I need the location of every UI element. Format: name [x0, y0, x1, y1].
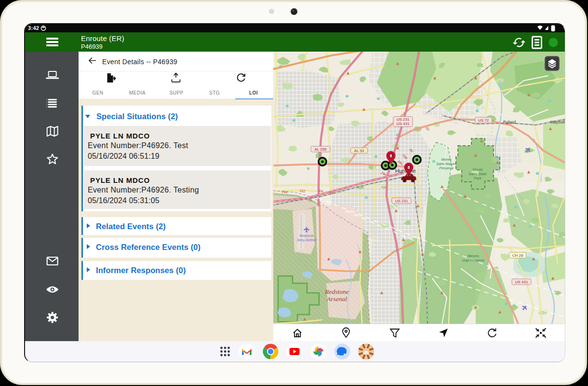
svg-text:Maysvill: Maysvill [550, 120, 565, 124]
svg-text:Gap Preserve: Gap Preserve [462, 258, 484, 262]
svg-text:8: 8 [390, 153, 392, 158]
svg-text:Park: Park [474, 176, 482, 180]
svg-text:Ryland: Ryland [503, 120, 516, 124]
svg-text:AL 53: AL 53 [354, 149, 364, 153]
svg-text:Redstone: Redstone [299, 234, 314, 237]
svg-text:Monte: Monte [441, 157, 452, 162]
svg-text:US 231: US 231 [395, 199, 408, 203]
svg-text:US 231: US 231 [397, 117, 410, 122]
svg-text:CH 28: CH 28 [512, 253, 523, 258]
svg-text:Army Airfield: Army Airfield [296, 238, 317, 242]
svg-text:Sano State: Sano State [468, 172, 486, 176]
svg-text:US 72: US 72 [478, 118, 489, 123]
svg-text:US 431: US 431 [515, 280, 528, 284]
svg-text:Sano Nature: Sano Nature [436, 162, 456, 166]
svg-text:AL 255: AL 255 [314, 147, 327, 152]
svg-text:US 431: US 431 [397, 122, 410, 126]
svg-text:8: 8 [408, 165, 410, 170]
svg-text:Arsenal: Arsenal [326, 295, 347, 303]
svg-text:Preserve: Preserve [439, 166, 454, 170]
svg-text:Redstone: Redstone [324, 288, 349, 295]
svg-text:Monte: Monte [473, 167, 483, 172]
svg-text:Blevins: Blevins [468, 254, 479, 258]
